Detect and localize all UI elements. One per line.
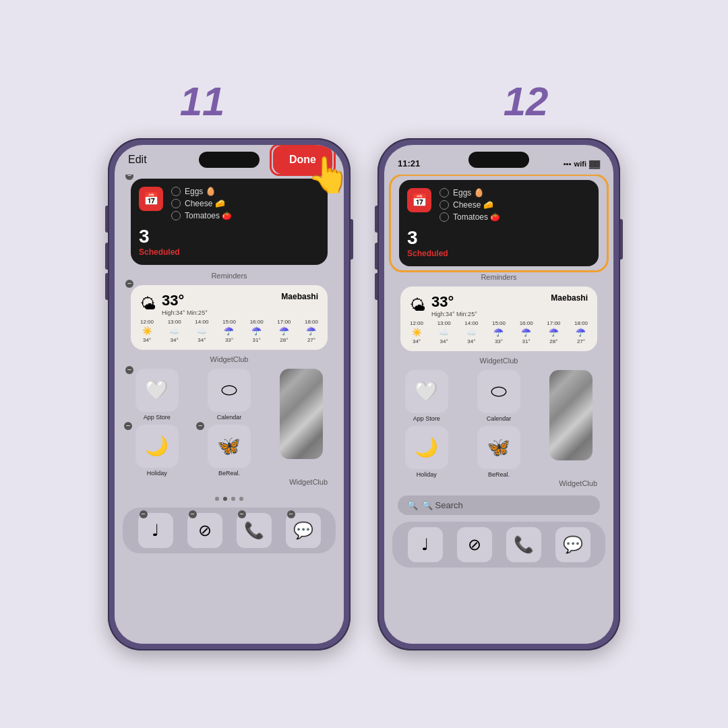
reminder-tomatoes-12-text: Tomatoes 🍅 xyxy=(453,212,500,222)
dot-4 xyxy=(239,497,243,501)
wh-12-7: 18:00☂️27° xyxy=(574,320,588,344)
weather-icon-12: 🌤 xyxy=(410,296,426,315)
app-icon-holiday-12[interactable]: 🌙 Holiday xyxy=(392,426,460,478)
widget-top: 📅 Eggs 🥚 Cheese 🧀 xyxy=(139,187,320,220)
search-bar[interactable]: 🔍 🔍 Search xyxy=(398,495,600,515)
widgetclub-label-11: WidgetClub xyxy=(131,478,328,486)
weather-temp-12: 33° xyxy=(431,293,477,311)
weather-label-12: WidgetClub xyxy=(392,357,605,365)
reminder-circle-12-2 xyxy=(439,200,449,210)
done-button[interactable]: Done xyxy=(275,148,330,172)
reminder-cheese-12: Cheese 🧀 xyxy=(439,200,590,210)
bereal-img-12: 🦋 xyxy=(477,426,520,469)
app-icon-calendar-12[interactable]: ⬭ Calendar xyxy=(464,370,533,422)
dock-drag-1 xyxy=(140,510,148,518)
app-icon-appstore[interactable]: 🤍 App Store xyxy=(123,369,191,421)
reminders-label: Reminders xyxy=(123,272,336,280)
weather-info: 33° High:34° Min:25° xyxy=(162,292,208,316)
bereal-label-12: BeReal. xyxy=(488,471,510,478)
drag-handle-weather xyxy=(125,280,133,288)
wh-12-6: 17:00☂️28° xyxy=(547,320,560,344)
phone-12: 11:21 ▪▪▪ wifi ▓▓ 📅 xyxy=(377,138,620,650)
dock-music[interactable]: ♩ xyxy=(138,513,173,548)
edit-label: Edit xyxy=(128,154,147,166)
widget-count: 3 xyxy=(139,226,320,247)
dot-2 xyxy=(223,497,227,501)
wifi-icon: wifi xyxy=(574,160,586,168)
app-icon-holiday[interactable]: 🌙 Holiday xyxy=(123,425,191,477)
holiday-label: Holiday xyxy=(147,470,167,477)
weather-hour-5: 16:00☂️31° xyxy=(250,319,264,343)
weather-city-12: Maebashi xyxy=(551,293,588,303)
appstore-label-12: App Store xyxy=(413,415,440,422)
weather-hour-2: 13:00☁️34° xyxy=(168,319,181,343)
screen-content-11: 📅 Eggs 🥚 Cheese 🧀 xyxy=(115,175,344,644)
status-icons: ▪▪▪ wifi ▓▓ xyxy=(564,160,600,168)
weather-detail-12: High:34° Min:25° xyxy=(431,311,477,317)
weather-hours: 12:00☀️34° 13:00☁️34° 14:00☁️34° 15:00☂️… xyxy=(140,319,318,343)
wh-12-3: 14:00☁️34° xyxy=(464,320,478,344)
phone-11-screen: Edit Done 👆 📅 xyxy=(115,145,344,644)
dock-11: ♩ ⊘ 📞 💬 xyxy=(123,508,336,553)
wh-12-2: 13:00☁️34° xyxy=(437,320,451,344)
reminder-eggs-12-text: Eggs 🥚 xyxy=(453,188,484,198)
dynamic-island-12 xyxy=(468,152,529,168)
step-number-11: 11 xyxy=(180,78,225,125)
appstore-img-12: 🤍 xyxy=(405,370,448,413)
widget-top-12: 📅 Eggs 🥚 Cheese 🧀 xyxy=(407,188,590,222)
status-time: 11:21 xyxy=(398,158,420,169)
reminder-tomatoes: Tomatoes 🍅 xyxy=(171,211,320,220)
dock-messages[interactable]: 💬 xyxy=(286,513,321,548)
weather-widget-11[interactable]: 🌤 33° High:34° Min:25° Maebashi 12:00☀️3… xyxy=(131,285,328,350)
wh-12-5: 16:00☂️31° xyxy=(520,320,533,344)
drag-handle-reminders xyxy=(125,175,133,180)
dock-phone[interactable]: 📞 xyxy=(237,513,272,548)
dock-messages-12[interactable]: 💬 xyxy=(555,527,590,562)
weather-left: 🌤 33° High:34° Min:25° xyxy=(140,292,208,316)
phones-container: Edit Done 👆 📅 xyxy=(108,138,620,650)
reminders-list-12: Eggs 🥚 Cheese 🧀 Tomatoes 🍅 xyxy=(439,188,590,222)
dock-drag-2 xyxy=(189,510,197,518)
dock-drag-4 xyxy=(287,510,295,518)
reminder-tomatoes-text: Tomatoes 🍅 xyxy=(185,211,232,220)
reminder-eggs: Eggs 🥚 xyxy=(171,187,320,196)
dock-compass-12[interactable]: ⊘ xyxy=(457,527,492,562)
weather-info-12: 33° High:34° Min:25° xyxy=(431,293,477,317)
reminders-widget-11[interactable]: 📅 Eggs 🥚 Cheese 🧀 xyxy=(131,179,328,265)
weather-hour-1: 12:00☀️34° xyxy=(140,319,154,343)
weather-left-12: 🌤 33° High:34° Min:25° xyxy=(410,293,477,317)
reminder-cheese-12-text: Cheese 🧀 xyxy=(453,200,493,210)
phone-12-screen: 11:21 ▪▪▪ wifi ▓▓ 📅 xyxy=(384,145,613,644)
search-icon: 🔍 xyxy=(407,500,418,510)
weather-hour-3: 14:00☁️34° xyxy=(195,319,208,343)
app-icon-large[interactable] xyxy=(268,369,336,459)
drag-handle-bereal xyxy=(196,422,204,430)
app-icon-bereal[interactable]: 🦋 BeReal. xyxy=(195,425,263,477)
widget-bottom-12: 3 Scheduled xyxy=(407,227,590,258)
app-icon-calendar[interactable]: ⬭ Calendar xyxy=(195,369,263,421)
app-grid-12: 🤍 App Store ⬭ Calendar 🌙 Holiday xyxy=(392,370,605,490)
weather-hour-4: 15:00☂️33° xyxy=(222,319,236,343)
reminder-eggs-text: Eggs 🥚 xyxy=(185,187,216,196)
signal-icon: ▪▪▪ xyxy=(564,160,572,168)
holiday-img-12: 🌙 xyxy=(405,426,448,469)
dock-phone-12[interactable]: 📞 xyxy=(506,527,541,562)
bereal-img: 🦋 xyxy=(208,425,251,468)
page-dots-11 xyxy=(115,497,344,501)
widget-count-12: 3 xyxy=(407,227,590,249)
dot-3 xyxy=(231,497,235,501)
app-icon-appstore-12[interactable]: 🤍 App Store xyxy=(392,370,460,422)
dock-music-12[interactable]: ♩ xyxy=(408,527,443,562)
weather-hour-6: 17:00☂️28° xyxy=(277,319,291,343)
calendar-img: ⬭ xyxy=(208,369,251,412)
app-grid-11: 🤍 App Store ⬭ Calendar xyxy=(123,369,336,489)
phone-11: Edit Done 👆 📅 xyxy=(108,138,351,650)
widgetclub-label-12: WidgetClub xyxy=(400,479,597,487)
dock-compass[interactable]: ⊘ xyxy=(187,513,222,548)
appstore-img: 🤍 xyxy=(135,369,179,412)
app-icon-large-12[interactable] xyxy=(537,370,605,460)
search-text: 🔍 Search xyxy=(422,500,463,510)
app-icon-bereal-12[interactable]: 🦋 BeReal. xyxy=(464,426,533,478)
step-number-12: 12 xyxy=(504,78,549,125)
reminder-circle-12-3 xyxy=(439,212,449,222)
